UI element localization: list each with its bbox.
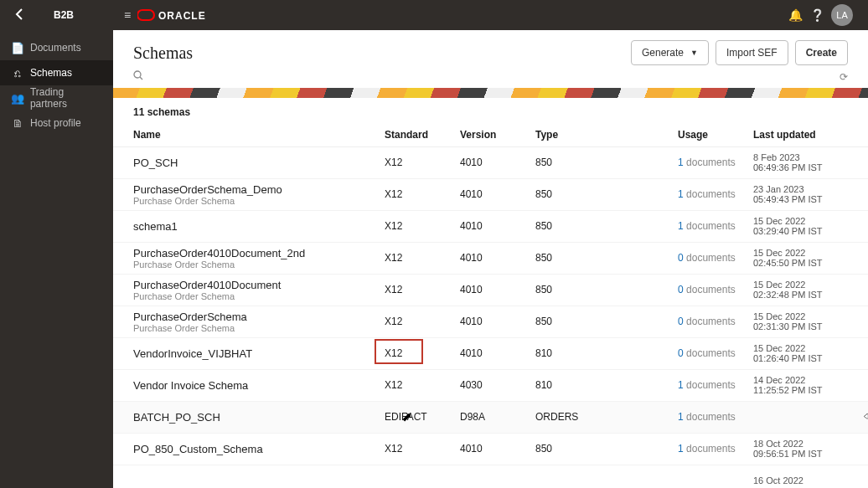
- cell-standard: X12: [385, 157, 460, 168]
- cell-usage: 1 documents: [678, 379, 753, 391]
- page-title: Schemas: [133, 44, 193, 63]
- cell-standard: X12: [385, 347, 460, 359]
- cell-type: 850: [535, 443, 678, 455]
- row-name: PurchaseOrder4010Document_2nd: [133, 247, 385, 259]
- cell-usage: 0 documents: [678, 252, 753, 264]
- row-name: PurchaseOrder4010Document: [133, 279, 385, 291]
- cell-version: 4010: [460, 284, 535, 295]
- cell-updated: 14 Dec 202211:25:52 PM IST: [753, 375, 868, 395]
- row-subtitle: Purchase Order Schema: [133, 196, 385, 206]
- cell-type: 850: [535, 157, 678, 168]
- cell-usage: 0 documents: [678, 347, 753, 359]
- sidebar: 📄Documents⎌Schemas👥Trading partners🗎Host…: [0, 30, 113, 488]
- cell-updated: 15 Dec 202203:29:40 PM IST: [753, 216, 868, 236]
- oracle-logo: ORACLE: [137, 8, 213, 23]
- avatar[interactable]: LA: [831, 4, 853, 26]
- cell-standard: X12: [385, 220, 460, 232]
- refresh-icon[interactable]: ⟳: [840, 71, 848, 83]
- table-row[interactable]: VendorInvoice_VIJBHATX1240108100 documen…: [113, 338, 868, 370]
- cell-standard: X12: [385, 379, 460, 391]
- svg-line-3: [140, 77, 142, 80]
- cell-type: 850: [535, 188, 678, 200]
- cell-standard: EDIFACT⬉: [385, 411, 460, 423]
- row-count: 11 schemas: [113, 98, 868, 123]
- table-row[interactable]: PurchaseOrder4010Document_2ndPurchase Or…: [113, 243, 868, 275]
- table-row[interactable]: Vendor Invoice SchemaX1240308101 documen…: [113, 370, 868, 402]
- sidebar-item-schemas[interactable]: ⎌Schemas: [0, 60, 113, 85]
- import-sef-button[interactable]: Import SEF: [716, 40, 788, 65]
- column-header[interactable]: Usage: [678, 129, 753, 141]
- chevron-down-icon: ▼: [690, 49, 698, 57]
- column-header[interactable]: Version: [460, 129, 535, 141]
- generate-button[interactable]: Generate▼: [631, 40, 709, 65]
- column-header[interactable]: Last updated: [753, 129, 868, 141]
- sidebar-icon: ⎌: [10, 67, 25, 80]
- row-name: PurchaseOrderSchema: [133, 311, 385, 323]
- cell-updated: 15 Dec 202202:45:50 PM IST: [753, 248, 868, 268]
- sidebar-item-label: Documents: [30, 42, 81, 54]
- table-row[interactable]: PO_SCHX1240108501 documents8 Feb 202306:…: [113, 147, 868, 179]
- table-header: NameStandardVersionTypeUsageLast updated: [113, 123, 868, 147]
- cell-standard: X12: [385, 316, 460, 327]
- row-name: PO_SCH: [133, 157, 385, 169]
- sidebar-item-label: Host profile: [30, 117, 81, 129]
- table-row[interactable]: PurchaseOrder4010DocumentPurchase Order …: [113, 275, 868, 306]
- cell-version: 4010: [460, 443, 535, 455]
- sidebar-item-label: Schemas: [30, 67, 72, 79]
- cell-type: ORDERS: [535, 411, 678, 423]
- cell-updated: 15 Dec 202202:32:48 PM IST: [753, 280, 868, 300]
- cell-type: 850: [535, 316, 678, 327]
- sidebar-icon: 👥: [10, 92, 25, 105]
- cell-standard: X12: [385, 252, 460, 264]
- table-row[interactable]: 16 Oct 2022: [113, 465, 868, 488]
- search-icon[interactable]: [133, 70, 143, 83]
- cell-updated: 16 Oct 2022: [753, 475, 868, 485]
- sidebar-item-label: Trading partners: [30, 86, 103, 110]
- cell-version: D98A: [460, 411, 535, 423]
- cell-type: 850: [535, 284, 678, 295]
- table-row[interactable]: schema1X1240108501 documents15 Dec 20220…: [113, 211, 868, 243]
- svg-point-2: [134, 71, 141, 78]
- table-row[interactable]: PO_850_Custom_SchemaX1240108501 document…: [113, 434, 868, 465]
- sidebar-item-host-profile[interactable]: 🗎Host profile: [0, 110, 113, 136]
- svg-text:ORACLE: ORACLE: [158, 10, 206, 22]
- column-header[interactable]: Standard: [385, 129, 460, 141]
- sidebar-icon: 📄: [10, 42, 25, 54]
- row-name: VendorInvoice_VIJBHAT: [133, 347, 385, 360]
- back-button[interactable]: [15, 8, 30, 23]
- cell-standard: X12: [385, 284, 460, 295]
- cell-updated: 15 Dec 202201:26:40 PM IST: [753, 343, 868, 363]
- cell-usage: 1 documents: [678, 443, 753, 455]
- decorative-ribbon: [113, 88, 868, 98]
- row-name: PurchaseOrderSchema_Demo: [133, 183, 385, 196]
- cell-usage: 1 documents: [678, 157, 753, 168]
- cell-usage: 0 documents: [678, 284, 753, 295]
- view-icon[interactable]: 👁: [864, 410, 868, 424]
- cell-updated: 18 Oct 202209:56:51 PM IST: [753, 439, 868, 459]
- create-button[interactable]: Create: [795, 40, 848, 65]
- table-row[interactable]: PurchaseOrderSchemaPurchase Order Schema…: [113, 306, 868, 338]
- cell-version: 4010: [460, 316, 535, 327]
- cell-standard: X12: [385, 443, 460, 455]
- row-name: schema1: [133, 220, 385, 233]
- cell-type: 850: [535, 220, 678, 232]
- row-subtitle: Purchase Order Schema: [133, 291, 385, 301]
- bell-icon[interactable]: 🔔: [784, 8, 806, 22]
- cell-version: 4030: [460, 379, 535, 391]
- cell-updated: 8 Feb 202306:49:36 PM IST: [753, 152, 868, 172]
- table-row[interactable]: PurchaseOrderSchema_DemoPurchase Order S…: [113, 179, 868, 211]
- column-header[interactable]: Name: [133, 129, 385, 141]
- sidebar-item-trading-partners[interactable]: 👥Trading partners: [0, 85, 113, 110]
- column-header[interactable]: Type: [535, 129, 678, 141]
- table-row[interactable]: BATCH_PO_SCHEDIFACT⬉D98AORDERS1 document…: [113, 402, 868, 434]
- sidebar-item-documents[interactable]: 📄Documents: [0, 35, 113, 60]
- row-name: Vendor Invoice Schema: [133, 379, 385, 392]
- cell-version: 4010: [460, 347, 535, 359]
- brand: B2B: [54, 9, 74, 21]
- cell-version: 4010: [460, 220, 535, 232]
- cell-usage: 1 documents: [678, 411, 753, 423]
- menu-icon[interactable]: ≡: [124, 8, 131, 22]
- row-subtitle: Purchase Order Schema: [133, 259, 385, 270]
- cell-type: 850: [535, 252, 678, 264]
- help-icon[interactable]: ❔: [806, 8, 828, 22]
